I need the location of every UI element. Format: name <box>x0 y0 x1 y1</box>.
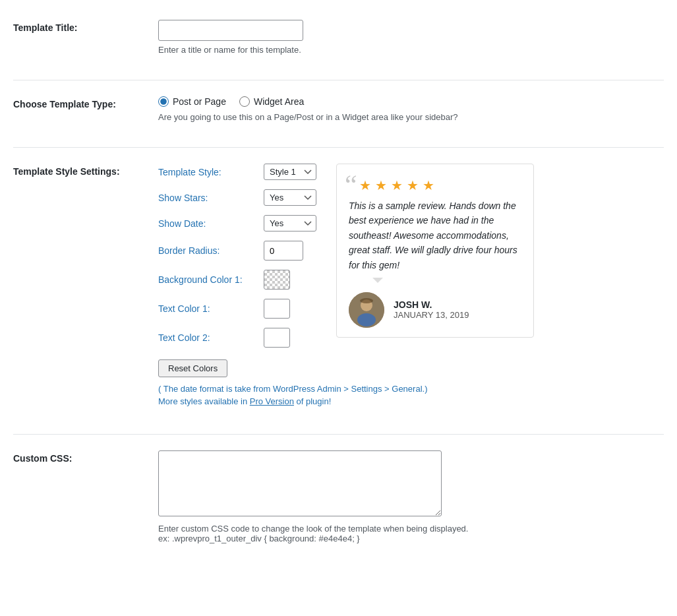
divider-2 <box>13 147 664 148</box>
radio-widget-area[interactable] <box>239 96 250 107</box>
svg-point-3 <box>360 298 373 303</box>
field-row-text-color2: Text Color 2: <box>158 328 316 348</box>
reviewer-area: JOSH W. JANUARY 13, 2019 <box>349 283 521 337</box>
field-row-show-date: Show Date: Yes No <box>158 215 316 231</box>
template-title-content: Enter a title or name for this template. <box>158 20 664 55</box>
template-type-row: Choose Template Type: Post or Page Widge… <box>13 96 664 129</box>
template-title-input[interactable] <box>158 20 303 41</box>
divider-3 <box>13 434 664 435</box>
custom-css-hint: Enter custom CSS code to change the look… <box>158 524 475 543</box>
radio-post-page[interactable] <box>158 96 169 107</box>
border-radius-input[interactable] <box>264 241 303 261</box>
template-style-label: Template Style Settings: <box>13 164 158 177</box>
template-type-content: Post or Page Widget Area Are you going t… <box>158 96 664 122</box>
radio-group: Post or Page Widget Area <box>158 96 664 107</box>
star-3: ★ <box>391 177 403 193</box>
svg-point-2 <box>357 313 376 326</box>
reset-colors-button[interactable]: Reset Colors <box>158 359 227 377</box>
custom-css-content: Enter custom CSS code to change the look… <box>158 450 664 543</box>
avatar-svg <box>349 292 384 328</box>
template-style-content: Template Style: Style 1 Style 2 Style 3 … <box>158 164 664 409</box>
field-row-border-radius: Border Radius: <box>158 241 316 261</box>
show-stars-select[interactable]: Yes No <box>264 189 316 206</box>
template-type-hint: Are you going to use this on a Page/Post… <box>158 112 664 122</box>
star-4: ★ <box>407 177 419 193</box>
note-date-format: ( The date format is take from WordPress… <box>158 384 664 394</box>
custom-css-row: Custom CSS: Enter custom CSS code to cha… <box>13 450 664 550</box>
star-1: ★ <box>359 177 371 193</box>
show-date-label: Show Date: <box>158 218 257 229</box>
divider-1 <box>13 80 664 80</box>
radio-widget-area-label[interactable]: Widget Area <box>254 96 304 107</box>
review-preview-card: “ ★ ★ ★ ★ ★ This is a sample review. Han… <box>336 164 534 338</box>
pro-version-link[interactable]: Pro Version <box>250 396 294 406</box>
stars-row: ★ ★ ★ ★ ★ <box>359 177 521 193</box>
radio-option-widget-area[interactable]: Widget Area <box>239 96 304 107</box>
radio-option-post-page[interactable]: Post or Page <box>158 96 226 107</box>
quote-mark-icon: “ <box>345 171 357 199</box>
page-wrapper: Template Title: Enter a title or name fo… <box>0 0 677 588</box>
style-fields: Template Style: Style 1 Style 2 Style 3 … <box>158 164 316 377</box>
bg-color-label: Background Color 1: <box>158 274 257 285</box>
bottom-notes: ( The date format is take from WordPress… <box>158 384 664 406</box>
text-color2-label: Text Color 2: <box>158 332 257 343</box>
field-row-bg-color: Background Color 1: <box>158 270 316 290</box>
note-date-text: ( The date format is take from WordPress… <box>158 384 427 394</box>
field-row-show-stars: Show Stars: Yes No <box>158 189 316 206</box>
border-radius-label: Border Radius: <box>158 245 257 256</box>
star-2: ★ <box>375 177 387 193</box>
template-title-hint: Enter a title or name for this template. <box>158 45 664 55</box>
template-style-field-label: Template Style: <box>158 167 257 177</box>
radio-post-page-label[interactable]: Post or Page <box>173 96 226 107</box>
reviewer-avatar <box>349 292 384 328</box>
reviewer-date: JANUARY 13, 2019 <box>394 310 469 320</box>
template-title-label: Template Title: <box>13 20 158 33</box>
reviewer-info: JOSH W. JANUARY 13, 2019 <box>394 299 469 320</box>
show-date-select[interactable]: Yes No <box>264 215 316 231</box>
text-color1-label: Text Color 1: <box>158 303 257 314</box>
text-color2-swatch[interactable] <box>264 328 290 348</box>
bg-color-swatch[interactable] <box>264 270 290 290</box>
star-5: ★ <box>423 177 434 193</box>
note-pro-version: More styles available in Pro Version of … <box>158 396 664 406</box>
template-title-row: Template Title: Enter a title or name fo… <box>13 20 664 61</box>
template-type-label: Choose Template Type: <box>13 96 158 109</box>
reviewer-name: JOSH W. <box>394 299 469 310</box>
field-row-text-color1: Text Color 1: <box>158 299 316 319</box>
field-row-template-style: Template Style: Style 1 Style 2 Style 3 <box>158 164 316 180</box>
template-style-select[interactable]: Style 1 Style 2 Style 3 <box>264 164 316 180</box>
custom-css-textarea[interactable] <box>158 450 442 516</box>
custom-css-label: Custom CSS: <box>13 450 158 464</box>
text-color1-swatch[interactable] <box>264 299 290 319</box>
style-settings-wrapper: Template Style: Style 1 Style 2 Style 3 … <box>158 164 664 377</box>
review-text: This is a sample review. Hands down the … <box>349 199 521 272</box>
show-stars-label: Show Stars: <box>158 193 257 203</box>
template-style-row: Template Style Settings: Template Style:… <box>13 164 664 416</box>
